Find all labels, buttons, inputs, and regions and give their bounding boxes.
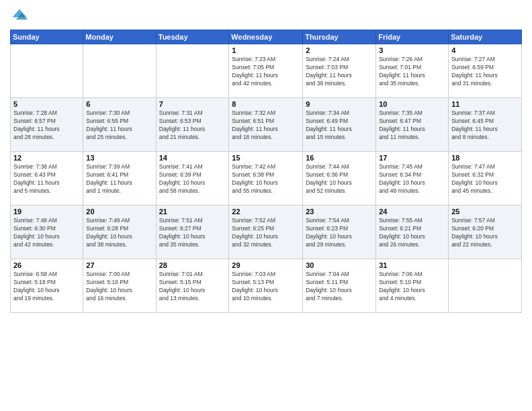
day-info: Sunrise: 7:48 AM Sunset: 6:30 PM Dayligh… <box>13 217 80 249</box>
day-number: 28 <box>159 261 226 269</box>
day-info: Sunrise: 7:54 AM Sunset: 6:23 PM Dayligh… <box>306 217 373 249</box>
day-info: Sunrise: 7:39 AM Sunset: 6:41 PM Dayligh… <box>86 163 152 195</box>
calendar-cell: 1Sunrise: 7:23 AM Sunset: 7:05 PM Daylig… <box>229 44 303 98</box>
calendar-cell <box>11 44 83 98</box>
day-info: Sunrise: 7:32 AM Sunset: 6:51 PM Dayligh… <box>232 109 300 142</box>
calendar-cell: 5Sunrise: 7:28 AM Sunset: 6:57 PM Daylig… <box>11 98 83 152</box>
day-info: Sunrise: 7:35 AM Sunset: 6:47 PM Dayligh… <box>379 109 445 142</box>
weekday-header: Monday <box>83 30 156 44</box>
day-number: 17 <box>379 154 445 162</box>
calendar-cell: 30Sunrise: 7:04 AM Sunset: 5:11 PM Dayli… <box>303 259 376 313</box>
day-number: 24 <box>379 208 445 216</box>
weekday-header: Tuesday <box>156 30 229 44</box>
day-number: 23 <box>306 208 373 216</box>
weekday-header: Saturday <box>449 30 522 44</box>
day-number: 9 <box>306 100 373 108</box>
day-number: 12 <box>13 154 80 162</box>
day-number: 27 <box>86 261 152 269</box>
calendar-cell: 11Sunrise: 7:37 AM Sunset: 6:45 PM Dayli… <box>449 98 522 152</box>
calendar-cell: 27Sunrise: 7:00 AM Sunset: 5:16 PM Dayli… <box>83 259 156 313</box>
day-info: Sunrise: 7:38 AM Sunset: 6:43 PM Dayligh… <box>13 163 80 195</box>
day-number: 31 <box>379 261 445 269</box>
day-info: Sunrise: 7:44 AM Sunset: 6:36 PM Dayligh… <box>306 163 373 195</box>
day-info: Sunrise: 7:28 AM Sunset: 6:57 PM Dayligh… <box>13 109 80 142</box>
day-number: 13 <box>86 154 152 162</box>
day-info: Sunrise: 7:55 AM Sunset: 6:21 PM Dayligh… <box>379 217 445 249</box>
logo <box>10 7 32 26</box>
day-info: Sunrise: 7:42 AM Sunset: 6:38 PM Dayligh… <box>232 163 300 195</box>
day-number: 3 <box>379 46 445 54</box>
day-number: 22 <box>232 208 300 216</box>
day-info: Sunrise: 7:01 AM Sunset: 5:15 PM Dayligh… <box>159 271 226 303</box>
calendar-cell: 10Sunrise: 7:35 AM Sunset: 6:47 PM Dayli… <box>376 98 449 152</box>
day-number: 21 <box>159 208 226 216</box>
day-info: Sunrise: 7:00 AM Sunset: 5:16 PM Dayligh… <box>86 271 152 303</box>
calendar-cell: 25Sunrise: 7:57 AM Sunset: 6:20 PM Dayli… <box>449 205 522 259</box>
calendar-cell: 28Sunrise: 7:01 AM Sunset: 5:15 PM Dayli… <box>156 259 229 313</box>
calendar-cell: 9Sunrise: 7:34 AM Sunset: 6:49 PM Daylig… <box>303 98 376 152</box>
day-number: 29 <box>232 261 300 269</box>
calendar-cell: 31Sunrise: 7:06 AM Sunset: 5:10 PM Dayli… <box>376 259 449 313</box>
day-number: 7 <box>159 100 226 108</box>
calendar-cell: 17Sunrise: 7:45 AM Sunset: 6:34 PM Dayli… <box>376 152 449 205</box>
calendar-week-row: 5Sunrise: 7:28 AM Sunset: 6:57 PM Daylig… <box>11 98 522 152</box>
calendar-cell: 15Sunrise: 7:42 AM Sunset: 6:38 PM Dayli… <box>229 152 303 205</box>
day-number: 8 <box>232 100 300 108</box>
day-info: Sunrise: 7:26 AM Sunset: 7:01 PM Dayligh… <box>379 56 445 88</box>
day-number: 25 <box>451 208 519 216</box>
day-info: Sunrise: 7:41 AM Sunset: 6:39 PM Dayligh… <box>159 163 226 195</box>
day-info: Sunrise: 7:34 AM Sunset: 6:49 PM Dayligh… <box>306 109 373 142</box>
calendar-cell: 6Sunrise: 7:30 AM Sunset: 6:55 PM Daylig… <box>83 98 156 152</box>
day-number: 5 <box>13 100 80 108</box>
day-info: Sunrise: 7:45 AM Sunset: 6:34 PM Dayligh… <box>379 163 445 195</box>
day-info: Sunrise: 6:58 AM Sunset: 5:18 PM Dayligh… <box>13 271 80 303</box>
day-number: 4 <box>451 46 519 54</box>
day-number: 16 <box>306 154 373 162</box>
calendar-cell: 29Sunrise: 7:03 AM Sunset: 5:13 PM Dayli… <box>229 259 303 313</box>
calendar-cell: 23Sunrise: 7:54 AM Sunset: 6:23 PM Dayli… <box>303 205 376 259</box>
day-number: 15 <box>232 154 300 162</box>
day-number: 6 <box>86 100 152 108</box>
calendar-cell: 20Sunrise: 7:49 AM Sunset: 6:28 PM Dayli… <box>83 205 156 259</box>
day-number: 20 <box>86 208 152 216</box>
day-info: Sunrise: 7:49 AM Sunset: 6:28 PM Dayligh… <box>86 217 152 249</box>
weekday-header: Thursday <box>303 30 376 44</box>
weekday-header: Friday <box>376 30 449 44</box>
day-info: Sunrise: 7:04 AM Sunset: 5:11 PM Dayligh… <box>306 271 373 303</box>
day-number: 18 <box>451 154 519 162</box>
calendar-cell: 24Sunrise: 7:55 AM Sunset: 6:21 PM Dayli… <box>376 205 449 259</box>
logo-icon <box>10 7 29 26</box>
calendar-cell: 22Sunrise: 7:52 AM Sunset: 6:25 PM Dayli… <box>229 205 303 259</box>
day-info: Sunrise: 7:51 AM Sunset: 6:27 PM Dayligh… <box>159 217 226 249</box>
calendar-cell: 18Sunrise: 7:47 AM Sunset: 6:32 PM Dayli… <box>449 152 522 205</box>
calendar-cell <box>83 44 156 98</box>
calendar-cell: 26Sunrise: 6:58 AM Sunset: 5:18 PM Dayli… <box>11 259 83 313</box>
day-info: Sunrise: 7:23 AM Sunset: 7:05 PM Dayligh… <box>232 56 300 88</box>
calendar-cell: 21Sunrise: 7:51 AM Sunset: 6:27 PM Dayli… <box>156 205 229 259</box>
header <box>10 7 522 26</box>
day-number: 26 <box>13 261 80 269</box>
day-number: 2 <box>306 46 373 54</box>
calendar-week-row: 12Sunrise: 7:38 AM Sunset: 6:43 PM Dayli… <box>11 152 522 205</box>
calendar-header-row: SundayMondayTuesdayWednesdayThursdayFrid… <box>11 30 522 44</box>
day-number: 1 <box>232 46 300 54</box>
calendar-cell: 12Sunrise: 7:38 AM Sunset: 6:43 PM Dayli… <box>11 152 83 205</box>
day-info: Sunrise: 7:30 AM Sunset: 6:55 PM Dayligh… <box>86 109 152 142</box>
day-info: Sunrise: 7:31 AM Sunset: 6:53 PM Dayligh… <box>159 109 226 142</box>
day-number: 10 <box>379 100 445 108</box>
calendar-cell: 13Sunrise: 7:39 AM Sunset: 6:41 PM Dayli… <box>83 152 156 205</box>
day-number: 19 <box>13 208 80 216</box>
day-number: 14 <box>159 154 226 162</box>
day-number: 11 <box>451 100 519 108</box>
calendar-cell <box>156 44 229 98</box>
day-info: Sunrise: 7:47 AM Sunset: 6:32 PM Dayligh… <box>451 163 519 195</box>
page: SundayMondayTuesdayWednesdayThursdayFrid… <box>0 0 532 411</box>
calendar-cell: 2Sunrise: 7:24 AM Sunset: 7:03 PM Daylig… <box>303 44 376 98</box>
calendar-cell: 8Sunrise: 7:32 AM Sunset: 6:51 PM Daylig… <box>229 98 303 152</box>
day-info: Sunrise: 7:03 AM Sunset: 5:13 PM Dayligh… <box>232 271 300 303</box>
day-info: Sunrise: 7:06 AM Sunset: 5:10 PM Dayligh… <box>379 271 445 303</box>
calendar-cell: 3Sunrise: 7:26 AM Sunset: 7:01 PM Daylig… <box>376 44 449 98</box>
weekday-header: Wednesday <box>229 30 303 44</box>
day-number: 30 <box>306 261 373 269</box>
day-info: Sunrise: 7:52 AM Sunset: 6:25 PM Dayligh… <box>232 217 300 249</box>
